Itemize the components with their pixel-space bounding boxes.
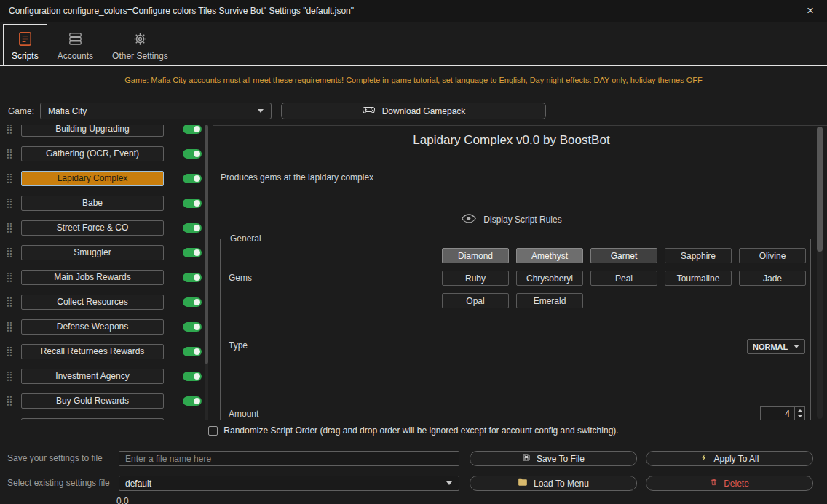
script-enabled-toggle-lapidary-complex[interactable] — [183, 174, 202, 183]
panel-scrollbar[interactable] — [817, 127, 823, 419]
game-select[interactable]: Mafia City — [40, 103, 272, 119]
display-script-rules-button[interactable]: Display Script Rules — [213, 214, 810, 225]
save-to-file-button[interactable]: Save To File — [470, 451, 637, 466]
load-to-menu-button[interactable]: Load To Menu — [470, 476, 637, 491]
drag-handle-icon[interactable]: ⣿ — [6, 173, 16, 183]
drag-handle-icon[interactable]: ⣿ — [6, 321, 16, 332]
script-row-recall-returnees-rewards: ⣿Recall Returnees Rewards — [0, 339, 213, 364]
script-row-defense-weapons: ⣿Defense Weapons — [0, 314, 213, 339]
sidebar-scrollbar[interactable] — [205, 125, 208, 420]
tab-other-settings[interactable]: Other Settings — [103, 24, 177, 66]
gem-button-amethyst[interactable]: Amethyst — [516, 248, 583, 263]
script-enabled-toggle-investment-agency[interactable] — [183, 372, 202, 381]
drag-handle-icon[interactable]: ⣿ — [6, 223, 16, 233]
gem-button-chrysoberyl[interactable]: Chrysoberyl — [516, 271, 583, 286]
script-enabled-toggle-collect-resources[interactable] — [183, 297, 202, 307]
drag-handle-icon[interactable]: ⣿ — [6, 247, 16, 257]
file-name-input[interactable] — [119, 451, 459, 466]
spin-up-icon[interactable] — [797, 409, 803, 412]
toggle-knob — [194, 348, 200, 355]
script-enabled-toggle-smuggler[interactable] — [183, 248, 202, 257]
script-button-street-force-co[interactable]: Street Force & CO — [21, 220, 164, 236]
drag-handle-icon[interactable]: ⣿ — [6, 396, 16, 406]
gem-button-olivine[interactable]: Olivine — [739, 248, 806, 263]
toggle-knob — [194, 126, 200, 132]
script-button-investment-agency[interactable]: Investment Agency — [21, 369, 164, 384]
download-gamepack-button[interactable]: Download Gamepack — [281, 103, 546, 119]
amount-label: Amount — [229, 409, 258, 419]
script-button-lapidary-complex[interactable]: Lapidary Complex — [21, 171, 164, 186]
game-row: Game: Mafia City Download Gamepack — [0, 103, 827, 120]
apply-to-all-button[interactable]: Apply To All — [646, 451, 813, 466]
type-select[interactable]: NORMAL — [747, 339, 805, 354]
requirements-warning: Game: Mafia City accounts must all meet … — [0, 76, 827, 84]
toggle-knob — [194, 373, 200, 380]
chevron-down-icon — [446, 481, 452, 485]
tab-accounts[interactable]: Accounts — [49, 24, 102, 66]
panel-scrollbar-thumb[interactable] — [817, 127, 823, 252]
drag-handle-icon[interactable]: ⣿ — [6, 371, 16, 381]
toggle-knob — [194, 200, 200, 207]
script-enabled-toggle-street-force-co[interactable] — [183, 223, 202, 233]
script-sidebar: ⣿Building Upgrading⣿Gathering (OCR, Even… — [0, 125, 213, 420]
gem-button-sapphire[interactable]: Sapphire — [665, 248, 732, 263]
gem-button-tourmaline[interactable]: Tourmaline — [665, 271, 732, 286]
gem-button-garnet[interactable]: Garnet — [590, 248, 657, 263]
select-settings-label: Select existing settings file — [7, 476, 110, 491]
toggle-knob — [194, 225, 200, 231]
drag-handle-icon[interactable]: ⣿ — [6, 272, 16, 282]
script-enabled-toggle-babe[interactable] — [183, 199, 202, 208]
amount-value[interactable]: 4 — [761, 407, 794, 420]
script-enabled-toggle-recall-returnees-rewards[interactable] — [183, 347, 202, 356]
script-button-smuggler[interactable]: Smuggler — [21, 245, 164, 260]
drag-handle-icon[interactable]: ⣿ — [6, 125, 16, 134]
gem-button-diamond[interactable]: Diamond — [442, 248, 509, 263]
script-title: Lapidary Complex v0.0 by BoostBot — [213, 133, 810, 148]
tab-scripts[interactable]: Scripts — [3, 24, 47, 66]
script-enabled-toggle-defense-weapons[interactable] — [183, 322, 202, 332]
script-row-collect-resources: ⣿Collect Resources — [0, 289, 213, 314]
script-button-babe[interactable]: Babe — [21, 196, 164, 211]
script-button-gathering-ocr-event[interactable]: Gathering (OCR, Event) — [21, 146, 164, 161]
settings-file-select[interactable]: default — [119, 476, 459, 491]
toggle-knob — [194, 324, 200, 330]
script-button-building-upgrading[interactable]: Building Upgrading — [21, 125, 164, 137]
script-button-collect-resources[interactable]: Collect Resources — [21, 295, 164, 310]
script-row-main-jobs-rewards: ⣿Main Jobs Rewards — [0, 265, 213, 289]
drag-handle-icon[interactable]: ⣿ — [6, 346, 16, 356]
script-enabled-toggle-building-upgrading[interactable] — [183, 125, 202, 134]
app-window: Configuration configure_colors=Configure… — [0, 0, 827, 504]
download-gamepack-label: Download Gamepack — [382, 106, 466, 116]
drag-handle-icon[interactable]: ⣿ — [6, 148, 16, 159]
randomize-checkbox[interactable] — [208, 426, 218, 436]
toggle-knob — [194, 175, 200, 182]
amount-spinner[interactable]: 4 — [760, 406, 805, 421]
gem-button-opal[interactable]: Opal — [442, 293, 509, 308]
close-icon[interactable]: × — [794, 0, 827, 22]
gem-button-jade[interactable]: Jade — [739, 271, 806, 286]
sidebar-scrollbar-thumb[interactable] — [205, 125, 208, 364]
gem-button-ruby[interactable]: Ruby — [442, 271, 509, 286]
drag-handle-icon[interactable]: ⣿ — [6, 198, 16, 208]
script-button-recall-returnees-rewards[interactable]: Recall Returnees Rewards — [21, 344, 164, 359]
script-enabled-toggle-main-jobs-rewards[interactable] — [183, 273, 202, 282]
chevron-down-icon — [258, 109, 264, 113]
titlebar: Configuration configure_colors=Configure… — [0, 0, 827, 22]
gem-button-peal[interactable]: Peal — [590, 271, 657, 286]
script-button-main-jobs-rewards[interactable]: Main Jobs Rewards — [21, 270, 164, 285]
accounts-stack-icon — [67, 29, 84, 49]
randomize-row: Randomize Script Order (drag and drop or… — [0, 425, 827, 436]
script-button-defense-weapons[interactable]: Defense Weapons — [21, 319, 164, 335]
script-button-buy-gold-rewards[interactable]: Buy Gold Rewards — [21, 393, 164, 409]
drag-handle-icon[interactable]: ⣿ — [6, 297, 16, 307]
folder-icon — [518, 478, 528, 489]
spin-down-icon[interactable] — [797, 415, 803, 417]
script-enabled-toggle-buy-gold-rewards[interactable] — [183, 396, 202, 406]
toggle-knob — [194, 274, 200, 281]
script-enabled-toggle-gathering-ocr-event[interactable] — [183, 149, 202, 159]
delete-button[interactable]: Delete — [646, 476, 813, 491]
gem-grid: DiamondAmethystGarnetSapphireOlivineRuby… — [442, 248, 806, 308]
gem-button-emerald[interactable]: Emerald — [516, 293, 583, 308]
spinner-arrows[interactable] — [794, 407, 804, 420]
display-script-rules-label: Display Script Rules — [483, 215, 561, 225]
